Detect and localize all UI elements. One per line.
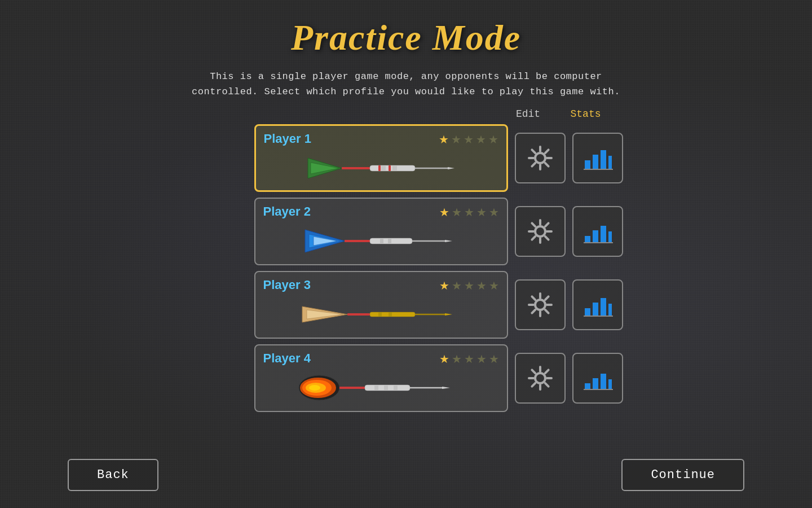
- stats-icon-3: [582, 291, 613, 318]
- star-filled: ★: [439, 133, 449, 146]
- svg-rect-2: [342, 167, 370, 169]
- svg-rect-44: [601, 226, 606, 243]
- svg-rect-51: [378, 312, 382, 317]
- star-filled: ★: [439, 352, 449, 366]
- stats-icon-4: [582, 365, 613, 392]
- svg-rect-77: [384, 386, 388, 390]
- svg-line-40: [545, 224, 548, 227]
- svg-line-62: [545, 297, 548, 300]
- svg-rect-29: [380, 239, 383, 243]
- col-label-stats: Stats: [561, 108, 611, 120]
- back-button[interactable]: Back: [68, 459, 158, 491]
- svg-rect-92: [601, 374, 606, 389]
- page-container: Practice Mode This is a single player ga…: [0, 0, 812, 508]
- edit-button-1[interactable]: [515, 133, 566, 183]
- svg-marker-80: [442, 387, 450, 389]
- star-empty: ★: [476, 133, 486, 146]
- svg-rect-93: [608, 379, 612, 389]
- edit-button-4[interactable]: [515, 353, 566, 404]
- stats-icon-1: [582, 144, 613, 172]
- svg-marker-32: [445, 240, 452, 242]
- svg-line-87: [545, 383, 548, 387]
- stats-button-2[interactable]: [572, 206, 623, 257]
- svg-point-81: [535, 373, 545, 383]
- star-empty: ★: [489, 279, 499, 292]
- edit-button-2[interactable]: [515, 206, 566, 257]
- player-card-3[interactable]: Player 3 ★ ★ ★ ★ ★: [254, 271, 508, 339]
- star-empty: ★: [476, 279, 487, 292]
- svg-point-73: [309, 385, 320, 391]
- svg-line-88: [545, 370, 548, 374]
- star-empty: ★: [452, 279, 462, 292]
- svg-rect-22: [608, 156, 612, 169]
- svg-rect-4: [381, 166, 386, 170]
- dart-4-svg: [297, 372, 466, 406]
- svg-rect-66: [601, 298, 606, 316]
- player-row-3: Player 3 ★ ★ ★ ★ ★: [254, 271, 623, 339]
- svg-rect-27: [345, 240, 370, 242]
- svg-rect-52: [389, 312, 392, 317]
- star-empty: ★: [489, 352, 499, 366]
- svg-point-55: [535, 300, 545, 310]
- svg-point-10: [535, 153, 545, 163]
- star-empty: ★: [464, 133, 474, 146]
- svg-line-38: [532, 224, 535, 227]
- gear-icon-2: [527, 218, 554, 245]
- star-empty: ★: [451, 133, 461, 146]
- svg-rect-30: [388, 239, 391, 243]
- subtitle: This is a single player game mode, any o…: [180, 69, 632, 99]
- player-card-1[interactable]: Player 1 ★ ★ ★ ★ ★: [254, 124, 508, 192]
- player-row-4: Player 4 ★ ★ ★ ★ ★: [254, 344, 623, 412]
- svg-line-63: [532, 310, 535, 313]
- svg-line-17: [545, 150, 548, 154]
- star-empty: ★: [452, 205, 462, 219]
- continue-button[interactable]: Continue: [621, 459, 744, 491]
- star-filled: ★: [439, 205, 449, 219]
- gear-icon-1: [527, 144, 554, 172]
- player-1-dart: [264, 150, 498, 189]
- player-row-1: Player 1 ★ ★ ★ ★ ★: [254, 124, 623, 192]
- svg-rect-6: [378, 165, 381, 171]
- svg-line-39: [545, 237, 548, 240]
- player-2-dart: [263, 222, 499, 262]
- player-2-stars: ★ ★ ★ ★ ★: [439, 205, 499, 219]
- svg-rect-20: [593, 155, 598, 169]
- player-card-4[interactable]: Player 4 ★ ★ ★ ★ ★: [254, 344, 508, 412]
- svg-point-33: [535, 226, 545, 237]
- player-4-stars: ★ ★ ★ ★ ★: [439, 352, 499, 366]
- star-empty: ★: [489, 205, 499, 219]
- players-list: Player 1 ★ ★ ★ ★ ★: [254, 124, 623, 412]
- svg-rect-43: [593, 230, 598, 243]
- edit-button-3[interactable]: [515, 279, 566, 330]
- svg-rect-91: [593, 378, 598, 389]
- svg-rect-50: [370, 312, 415, 317]
- svg-line-15: [532, 150, 535, 154]
- svg-rect-49: [347, 313, 370, 316]
- star-empty: ★: [464, 352, 474, 366]
- svg-line-86: [532, 370, 535, 374]
- star-empty: ★: [488, 133, 498, 146]
- star-filled: ★: [439, 279, 449, 292]
- star-empty: ★: [464, 205, 474, 219]
- player-1-stars: ★ ★ ★ ★ ★: [439, 133, 498, 146]
- svg-rect-78: [394, 386, 398, 390]
- star-empty: ★: [464, 279, 474, 292]
- bottom-bar: Back Continue: [0, 459, 812, 491]
- svg-rect-76: [374, 386, 378, 390]
- gear-icon-3: [527, 291, 554, 318]
- svg-rect-21: [601, 150, 606, 169]
- svg-rect-67: [608, 304, 612, 316]
- page-title: Practice Mode: [291, 17, 521, 59]
- svg-rect-74: [339, 387, 365, 389]
- svg-line-18: [532, 163, 535, 167]
- player-3-stars: ★ ★ ★ ★ ★: [439, 279, 499, 292]
- stats-button-3[interactable]: [572, 279, 623, 330]
- svg-rect-65: [593, 303, 598, 316]
- svg-line-41: [532, 237, 535, 240]
- stats-button-1[interactable]: [572, 133, 623, 183]
- player-card-2[interactable]: Player 2 ★ ★ ★ ★ ★: [254, 198, 508, 265]
- dart-3-svg: [297, 299, 466, 332]
- stats-button-4[interactable]: [572, 353, 623, 404]
- svg-line-16: [545, 163, 548, 167]
- col-label-edit: Edit: [503, 108, 554, 120]
